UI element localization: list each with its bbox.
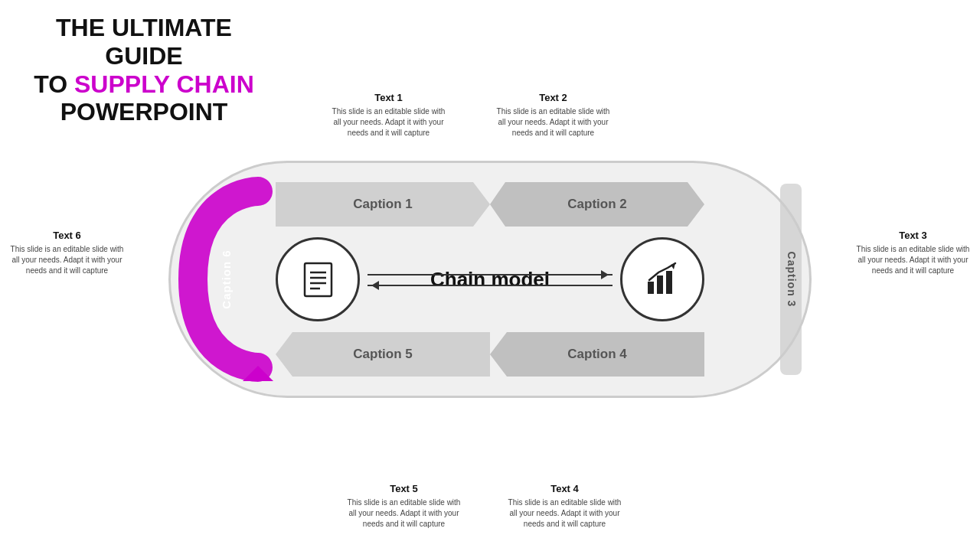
- text-box-3: Text 3 This slide is an editable slide w…: [854, 230, 972, 276]
- text5-body: This slide is an editable slide with all…: [345, 497, 463, 530]
- text1-body: This slide is an editable slide with all…: [329, 106, 448, 139]
- title-line2: TO SUPPLY CHAIN: [14, 70, 274, 99]
- svg-rect-10: [648, 282, 654, 294]
- svg-text:Caption 6: Caption 6: [220, 249, 233, 308]
- caption2-arrow: Caption 2: [490, 182, 704, 227]
- top-arrows-row: Caption 1 Caption 2: [276, 182, 704, 227]
- svg-rect-5: [305, 263, 332, 296]
- title-supply-chain: SUPPLY CHAIN: [74, 70, 254, 98]
- text-box-2: Text 2 This slide is an editable slide w…: [494, 92, 612, 139]
- right-circle-icon: [620, 237, 704, 321]
- caption1-label: Caption 1: [353, 197, 412, 212]
- left-circle-icon: [276, 237, 360, 321]
- text-box-1: Text 1 This slide is an editable slide w…: [329, 92, 448, 139]
- svg-rect-11: [657, 276, 663, 294]
- chain-diagram: Caption 6 Caption 3 Caption 1 Caption 2 …: [168, 161, 812, 398]
- caption3-wrap: Caption 3: [776, 176, 805, 383]
- right-arrow-line: [368, 274, 612, 276]
- caption1-arrow: Caption 1: [276, 182, 490, 227]
- caption5-label: Caption 5: [353, 347, 412, 362]
- caption4-arrow: Caption 4: [490, 332, 704, 377]
- title-line1: THE ULTIMATE GUIDE: [14, 14, 274, 70]
- caption6-arrow: Caption 6: [178, 176, 277, 383]
- text6-body: This slide is an editable slide with all…: [8, 244, 126, 276]
- text4-title: Text 4: [505, 483, 624, 494]
- bottom-arrows-row: Caption 5 Caption 4: [276, 332, 704, 377]
- text2-body: This slide is an editable slide with all…: [494, 106, 612, 139]
- text-box-4: Text 4 This slide is an editable slide w…: [505, 483, 624, 530]
- text6-title: Text 6: [8, 230, 126, 241]
- text1-title: Text 1: [329, 92, 448, 103]
- center-area: Chain model: [276, 228, 704, 331]
- caption4-label: Caption 4: [567, 347, 626, 362]
- text5-title: Text 5: [345, 483, 463, 494]
- title-to: TO: [34, 70, 74, 98]
- left-arrow-line: [368, 285, 612, 286]
- title-line3: POWERPOINT: [14, 98, 274, 126]
- caption2-label: Caption 2: [567, 197, 626, 212]
- text3-body: This slide is an editable slide with all…: [854, 244, 972, 276]
- svg-text:Caption 3: Caption 3: [786, 252, 798, 308]
- text2-title: Text 2: [494, 92, 612, 103]
- text3-title: Text 3: [854, 230, 972, 241]
- svg-rect-12: [666, 271, 672, 294]
- text-box-6: Text 6 This slide is an editable slide w…: [8, 230, 126, 276]
- caption5-arrow: Caption 5: [276, 332, 490, 377]
- text-box-5: Text 5 This slide is an editable slide w…: [345, 483, 463, 530]
- chain-model-label: Chain model: [360, 268, 620, 292]
- title-section: THE ULTIMATE GUIDE TO SUPPLY CHAIN POWER…: [14, 14, 274, 126]
- text4-body: This slide is an editable slide with all…: [505, 497, 624, 530]
